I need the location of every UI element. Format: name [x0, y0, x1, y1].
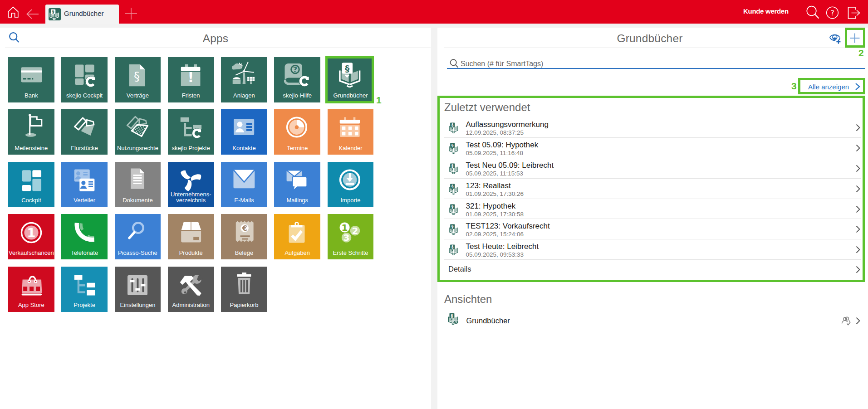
- app-tile-mailings[interactable]: Mailings: [274, 162, 320, 207]
- app-tile-label: Erste Schritte: [328, 250, 374, 256]
- chevron-right-icon: [856, 317, 860, 325]
- app-tile-dokumente[interactable]: Dokumente: [115, 162, 161, 207]
- views-section-title: Ansichten: [444, 293, 492, 306]
- global-search-button[interactable]: [805, 5, 819, 20]
- chevron-right-icon: [856, 205, 860, 213]
- app-tile-label: Kalender: [328, 145, 374, 151]
- app-tile-picasso-suche[interactable]: Picasso-Suche: [115, 214, 161, 259]
- appointment-icon: [284, 113, 310, 140]
- recent-item-timestamp: 05.09.2025, 11:16:48: [466, 150, 524, 156]
- new-tab-button[interactable]: [125, 8, 137, 20]
- recent-item[interactable]: 123: Reallast01.09.2025, 17:30:26: [440, 179, 863, 199]
- details-label: Details: [448, 265, 471, 273]
- app-tile-label: skejlo-Hilfe: [274, 93, 320, 98]
- landregister-icon: [448, 183, 460, 195]
- record-search-input[interactable]: Suchen (# für SmartTags): [461, 60, 543, 68]
- detail-panel: Grundbücher Suchen (# für SmartTags) All…: [437, 28, 868, 409]
- recent-item-title: Test 05.09: Hypothek: [466, 141, 539, 150]
- app-tile-skejlo-cockpit[interactable]: skejlo Cockpit: [61, 57, 108, 102]
- app-tile-label: Cockpit: [8, 197, 54, 203]
- app-tile-e-mails[interactable]: E-Mails: [221, 162, 267, 207]
- deadline-icon: [178, 61, 204, 88]
- landregister-icon: [448, 142, 460, 154]
- search-icon: [807, 6, 819, 19]
- app-tile-papierkorb[interactable]: Papierkorb: [221, 267, 267, 312]
- app-tile-flurstücke[interactable]: Flurstücke: [61, 109, 108, 155]
- app-tile-aufgaben[interactable]: Aufgaben: [274, 214, 320, 259]
- app-tile-label: Telefonate: [61, 250, 108, 256]
- recent-item-timestamp: 01.09.2025, 17:30:26: [466, 191, 524, 197]
- recent-item[interactable]: Test Heute: Leibrecht05.09.2025, 09:53:3…: [440, 239, 863, 260]
- app-tile-kontakte[interactable]: Kontakte: [221, 109, 267, 155]
- app-tile-importe[interactable]: Importe: [328, 162, 374, 207]
- new-record-button[interactable]: [849, 33, 860, 44]
- recent-item[interactable]: Auflassungsvormerkung12.09.2025, 08:37:2…: [440, 117, 863, 138]
- show-all-label: Alle anzeigen: [808, 83, 849, 91]
- chevron-right-icon: [856, 83, 859, 90]
- appstore-icon: [18, 271, 44, 297]
- kunde-werden-link[interactable]: Kunde werden: [743, 0, 789, 24]
- plus-icon: [850, 34, 860, 43]
- app-tile-termine[interactable]: Termine: [274, 109, 320, 155]
- dashboard-icon: [18, 166, 44, 192]
- app-tile-cockpit[interactable]: Cockpit: [8, 162, 54, 207]
- sub-bar: [0, 24, 868, 28]
- calendar-icon: [338, 113, 364, 140]
- app-tile-app-store[interactable]: App Store: [8, 267, 54, 312]
- app-tile-verträge[interactable]: Verträge: [115, 57, 161, 102]
- recent-item[interactable]: Test 05.09: Hypothek05.09.2025, 11:16:48: [440, 138, 863, 158]
- home-icon: [8, 7, 18, 17]
- app-tile-anlagen[interactable]: Anlagen: [221, 57, 267, 102]
- app-tile-grundbücher[interactable]: Grundbücher: [328, 57, 374, 102]
- recent-item-timestamp: 05.09.2025, 11:15:53: [466, 170, 524, 177]
- trash-icon: [231, 271, 257, 297]
- products-icon: [178, 218, 204, 244]
- company-dir-icon: [178, 166, 204, 192]
- settings-icon: [124, 271, 151, 297]
- grundbuecher-view-icon: [447, 312, 460, 325]
- bank-icon: [18, 61, 44, 88]
- app-tile-nutzungsrechte[interactable]: Nutzungsrechte: [115, 109, 161, 155]
- recent-item[interactable]: 321: Hypothek01.09.2025, 17:30:58: [440, 199, 863, 219]
- search-underline: [447, 68, 865, 69]
- app-tile-produkte[interactable]: Produkte: [168, 214, 214, 259]
- app-tile-label: Belege: [221, 250, 267, 256]
- app-tile-meilensteine[interactable]: Meilensteine: [8, 109, 54, 155]
- phone-icon: [71, 218, 98, 244]
- projects-icon: [71, 271, 98, 297]
- app-tile-belege[interactable]: Belege: [221, 214, 267, 259]
- chevron-right-icon: [856, 165, 860, 172]
- app-tile-verteiler[interactable]: Verteiler: [61, 162, 108, 207]
- recent-item[interactable]: Test Neu 05.09: Leibrecht05.09.2025, 11:…: [440, 158, 863, 179]
- email-icon: [231, 166, 257, 192]
- import-icon: [338, 166, 364, 192]
- show-all-button[interactable]: Alle anzeigen: [808, 82, 860, 92]
- app-tile-label: App Store: [8, 302, 54, 308]
- app-tile-skejlo-hilfe[interactable]: skejlo-Hilfe: [274, 57, 320, 102]
- app-tile-verkaufschancen[interactable]: Verkaufschancen: [8, 214, 54, 259]
- app-tile-fristen[interactable]: Fristen: [168, 57, 214, 102]
- logout-button[interactable]: [847, 6, 861, 20]
- app-tile-skejlo-projekte[interactable]: skejlo Projekte: [168, 109, 214, 155]
- view-item-label: Grundbücher: [466, 316, 510, 325]
- view-item-grundbuecher[interactable]: Grundbücher: [440, 310, 863, 332]
- landregister-icon: [448, 224, 460, 235]
- detail-header-divider: [444, 48, 865, 48]
- recent-item[interactable]: TEST123: Vorkaufsrecht02.09.2025, 15:24:…: [440, 219, 863, 239]
- app-tile-telefonate[interactable]: Telefonate: [61, 214, 108, 259]
- app-tile-projekte[interactable]: Projekte: [61, 267, 108, 312]
- app-tile-erste-schritte[interactable]: Erste Schritte: [328, 214, 374, 259]
- app-tile-label: Produkte: [168, 250, 214, 256]
- details-row[interactable]: Details: [440, 260, 863, 280]
- app-tile-unternehmens-verzeichnis[interactable]: Unternehmens- verzeichnis: [168, 162, 214, 207]
- tab-grundbuecher[interactable]: Grundbücher: [45, 5, 119, 24]
- home-button[interactable]: [6, 5, 20, 19]
- app-tile-kalender[interactable]: Kalender: [328, 109, 374, 155]
- app-tile-bank[interactable]: Bank: [8, 57, 54, 102]
- back-button[interactable]: [25, 7, 40, 21]
- help-button[interactable]: [826, 6, 839, 19]
- add-view-button[interactable]: [829, 32, 841, 44]
- projects-refresh-icon: [178, 113, 204, 140]
- app-tile-einstellungen[interactable]: Einstellungen: [115, 267, 161, 312]
- app-tile-administration[interactable]: Administration: [168, 267, 214, 312]
